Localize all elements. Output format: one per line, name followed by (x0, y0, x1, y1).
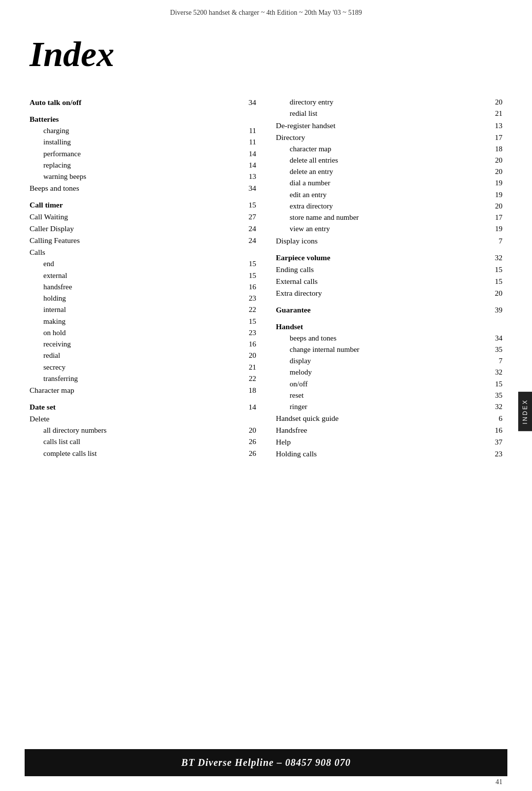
entry-page: 15 (242, 270, 256, 281)
entry-page: 16 (242, 339, 256, 350)
entry-page: 14 (242, 148, 256, 160)
entry-term: Date set (30, 401, 56, 413)
index-entry: on hold23 (30, 327, 256, 339)
index-entry: redial20 (30, 350, 256, 361)
entry-page: 15 (242, 258, 256, 270)
index-entry: Ending calls15 (276, 264, 502, 275)
entry-term: Extra directory (276, 287, 322, 299)
entry-term: Caller Display (30, 223, 74, 235)
entry-term: store name and number (276, 212, 359, 223)
entry-term: holding (30, 293, 66, 304)
entry-page: 7 (489, 235, 502, 247)
entry-term: dial a number (276, 177, 330, 189)
index-entry: display7 (276, 355, 502, 367)
entry-page: 16 (489, 424, 502, 436)
index-entry: redial list21 (276, 108, 502, 119)
entry-page: 20 (242, 350, 256, 361)
entry-page: 18 (489, 143, 502, 155)
index-entry: performance14 (30, 148, 256, 160)
entry-term: De-register handset (276, 120, 335, 132)
entry-page: 20 (489, 155, 502, 166)
entry-page: 18 (242, 384, 256, 396)
entry-page: 32 (489, 367, 502, 378)
index-entry: character map18 (276, 143, 502, 155)
entry-page: 20 (242, 425, 256, 436)
entry-term: Display icons (276, 235, 318, 247)
entry-page: 23 (242, 293, 256, 304)
entry-term: display (276, 355, 311, 367)
entry-term: internal (30, 304, 66, 315)
index-entry: extra directory20 (276, 201, 502, 212)
entry-page: 14 (242, 401, 256, 413)
entry-term: performance (30, 148, 81, 160)
entry-page: 15 (489, 378, 502, 390)
entry-term: beeps and tones (276, 333, 336, 344)
entry-term: all directory numbers (30, 425, 106, 436)
entry-page: 23 (489, 448, 502, 460)
entry-page: 21 (242, 362, 256, 373)
entry-term: melody (276, 367, 312, 378)
index-entry: complete calls list26 (30, 448, 256, 459)
index-entry: all directory numbers20 (30, 425, 256, 436)
index-entry (276, 299, 502, 304)
entry-term: Calls (30, 246, 45, 258)
index-entry: external15 (30, 270, 256, 281)
index-entry: warning beeps13 (30, 171, 256, 182)
index-entry: Calling Features24 (30, 235, 256, 246)
index-entry: Delete (30, 413, 256, 425)
index-entry: delete an entry20 (276, 166, 502, 177)
index-entry: making15 (30, 316, 256, 327)
entry-page: 22 (242, 304, 256, 315)
entry-term: Calling Features (30, 235, 80, 246)
entry-page: 15 (489, 275, 502, 287)
entry-page: 35 (489, 344, 502, 355)
index-entry: secrecy21 (30, 362, 256, 373)
index-entry: installing11 (30, 137, 256, 148)
index-entry: Handset quick guide6 (276, 413, 502, 424)
index-entry: replacing14 (30, 160, 256, 171)
index-columns: Auto talk on/off34Batteriescharging11ins… (30, 92, 502, 460)
entry-term: Call timer (30, 199, 63, 211)
index-entry: dial a number19 (276, 177, 502, 189)
entry-term: warning beeps (30, 171, 86, 182)
helpline-bar: BT Diverse Helpline – 08457 908 070 (25, 749, 507, 776)
entry-page: 13 (489, 120, 502, 132)
entry-page: 34 (489, 333, 502, 344)
entry-term: Batteries (30, 113, 59, 125)
entry-page: 19 (489, 189, 502, 201)
index-entry: view an entry19 (276, 223, 502, 235)
page-footer: BT Diverse Helpline – 08457 908 070 (25, 749, 507, 776)
entry-term: charging (30, 125, 69, 137)
index-entry: melody32 (276, 367, 502, 378)
entry-page: 15 (489, 264, 502, 275)
entry-page: 20 (489, 97, 502, 108)
entry-page: 21 (489, 108, 502, 119)
entry-page: 13 (242, 171, 256, 182)
page-title: Index (30, 22, 502, 92)
entry-term: External calls (276, 275, 318, 287)
entry-term: Call Waiting (30, 211, 68, 223)
index-entry: Directory17 (276, 132, 502, 143)
entry-page: 26 (242, 448, 256, 459)
entry-page: 34 (242, 97, 256, 108)
index-entry: ringer32 (276, 401, 502, 413)
entry-page: 23 (242, 327, 256, 339)
entry-term: reset (276, 390, 303, 401)
entry-term: on/off (276, 378, 307, 390)
entry-page: 19 (489, 223, 502, 235)
entry-term: transferring (30, 373, 78, 384)
entry-page: 6 (489, 413, 502, 424)
header-text: Diverse 5200 handset & charger ~ 4th Edi… (170, 9, 362, 16)
index-entry: Help37 (276, 436, 502, 448)
index-entry: Beeps and tones34 (30, 182, 256, 194)
index-entry: Earpiece volume32 (276, 252, 502, 264)
entry-term: Handsfree (276, 424, 307, 436)
index-entry: Handset (276, 321, 502, 333)
entry-page: 15 (242, 199, 256, 211)
entry-term: edit an entry (276, 189, 327, 201)
entry-term: delete an entry (276, 166, 333, 177)
entry-term: end (30, 258, 54, 270)
index-entry: on/off15 (276, 378, 502, 390)
index-entry: delete all entries20 (276, 155, 502, 166)
index-entry: Auto talk on/off34 (30, 97, 256, 108)
